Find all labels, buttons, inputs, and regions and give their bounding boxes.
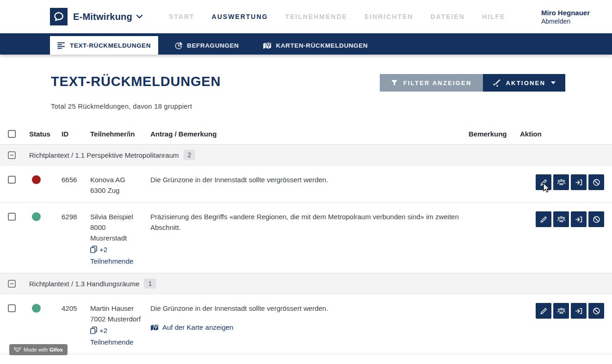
watermark-text: Made with Gifox xyxy=(24,347,63,352)
ban-icon xyxy=(593,179,600,186)
logout-link[interactable]: Abmelden xyxy=(541,18,590,25)
feedback-table: Status ID Teilnehmer/in Antrag / Bemerku… xyxy=(0,123,612,354)
row-status-cell xyxy=(21,166,54,202)
copy-pages-icon xyxy=(90,245,97,256)
nav-item-hilfe[interactable]: HILFE xyxy=(482,13,505,20)
pencil-icon xyxy=(540,179,548,186)
top-header: E-Mitwirkung STARTAUSWERTUNGTEILNEHMENDE… xyxy=(0,0,612,33)
page-title: TEXT-RÜCKMELDUNGEN xyxy=(51,74,221,89)
map-link[interactable]: Auf der Karte anzeigen xyxy=(150,322,461,333)
row-actions-cell xyxy=(512,166,612,202)
users-group-icon xyxy=(557,308,566,315)
nav-item-dateien[interactable]: DATEIEN xyxy=(430,13,464,20)
group-count-badge: 1 xyxy=(144,278,156,289)
pie-chart-icon xyxy=(175,42,183,49)
row-participant-cell: Martin Hauser 7002 Musterdorf +2 Teilneh… xyxy=(82,294,142,354)
copy-pages-icon xyxy=(90,326,97,337)
row-note-cell xyxy=(461,294,512,354)
user-box: Miro Hegnauer Abmelden xyxy=(541,9,590,25)
aktionen-button[interactable]: AKTIONEN xyxy=(483,74,566,92)
row-status-cell xyxy=(21,203,54,273)
request-text: Präzisierung des Begriffs «andere Region… xyxy=(150,211,461,233)
nav-item-einrichten[interactable]: EINRICHTEN xyxy=(365,13,414,20)
row-participant-cell: Silvia Beispiel 8000 Musrerstadt +2 Teil… xyxy=(82,203,142,273)
edit-button[interactable] xyxy=(536,174,551,190)
page-head: TEXT-RÜCKMELDUNGEN FILTER ANZEIGEN AKTIO… xyxy=(51,74,565,92)
users-group-icon xyxy=(557,216,566,223)
nav-item-auswertung[interactable]: AUSWERTUNG xyxy=(212,13,268,20)
assign-button[interactable] xyxy=(571,174,587,190)
request-text: Die Grünzone in der Innenstadt sollte ve… xyxy=(150,303,461,314)
tab-karten-r-ckmeldungen[interactable]: KARTEN-RÜCKMELDUNGEN xyxy=(255,36,375,55)
assign-button[interactable] xyxy=(571,211,587,227)
pencil-icon xyxy=(540,216,548,223)
row-checkbox[interactable] xyxy=(8,176,16,184)
ban-icon xyxy=(593,307,600,315)
brand-menu[interactable]: E-Mitwirkung xyxy=(50,8,143,25)
nav-item-teilnehmende[interactable]: TEILNEHMENDE xyxy=(285,13,347,20)
collapse-group-icon[interactable] xyxy=(8,280,16,288)
collapse-group-icon[interactable] xyxy=(8,151,16,159)
brand-name: E-Mitwirkung xyxy=(73,12,132,22)
sign-in-icon xyxy=(575,216,583,223)
filter-funnel-icon xyxy=(391,80,398,86)
gifox-watermark: Made with Gifox xyxy=(9,344,68,355)
users-group-icon xyxy=(557,179,566,186)
filter-button-label: FILTER ANZEIGEN xyxy=(403,80,472,86)
status-dot xyxy=(32,175,41,184)
group-label: Richtplantext / 1.3 Handlungsräume xyxy=(29,280,139,288)
block-button[interactable] xyxy=(588,303,604,319)
block-button[interactable] xyxy=(588,174,604,190)
row-checkbox-cell xyxy=(0,166,21,202)
request-text: Die Grünzone in der Innenstadt sollte ve… xyxy=(150,174,461,185)
list-lines-icon xyxy=(57,42,66,49)
row-request-cell: Präzisierung des Begriffs «andere Region… xyxy=(142,203,461,273)
participant-name: Konova AG xyxy=(90,174,142,185)
sign-in-icon xyxy=(575,179,583,186)
group-participants-button[interactable] xyxy=(553,303,569,319)
chevron-down-icon xyxy=(136,14,143,19)
status-dot xyxy=(32,212,41,221)
row-note-cell xyxy=(461,203,512,273)
group-count-badge: 2 xyxy=(184,150,196,160)
nav-item-start[interactable]: START xyxy=(169,13,195,20)
row-id: 6656 xyxy=(54,166,82,202)
group-row: Richtplantext / 1.1 Perspektive Metropol… xyxy=(0,145,612,166)
feedback-row: 6656 Konova AG 6300 Zug Die Grünzone in … xyxy=(0,166,612,203)
filter-anzeigen-button[interactable]: FILTER ANZEIGEN xyxy=(380,74,483,92)
participant-place: 7002 Musterdorf xyxy=(90,314,142,324)
ban-icon xyxy=(593,216,600,223)
row-actions-cell xyxy=(512,203,612,273)
col-request: Antrag / Bemerkung xyxy=(142,130,461,138)
group-label-wrap: Richtplantext / 1.3 Handlungsräume 1 xyxy=(21,278,612,289)
results-summary: Total 25 Rückmeldungen, davon 18 gruppie… xyxy=(51,103,565,110)
assign-button[interactable] xyxy=(571,303,587,319)
subnav: TEXT-RÜCKMELDUNGENBEFRAGUNGENKARTEN-RÜCK… xyxy=(0,33,612,55)
magic-wand-icon xyxy=(493,79,501,87)
group-participants-button[interactable] xyxy=(553,211,569,227)
map-link-label: Auf der Karte anzeigen xyxy=(162,322,233,333)
feedback-row: 6298 Silvia Beispiel 8000 Musrerstadt +2… xyxy=(0,203,612,273)
row-participant-cell: Konova AG 6300 Zug xyxy=(82,166,142,202)
group-row: Richtplantext / 1.3 Handlungsräume 1 xyxy=(0,273,612,294)
more-participants-link[interactable]: +2 Teilnehmende xyxy=(90,244,142,266)
more-participants-link[interactable]: +2 Teilnehmende xyxy=(90,325,142,347)
participant-name: Martin Hauser xyxy=(90,303,142,314)
feedback-row: 4205 Martin Hauser 7002 Musterdorf +2 Te… xyxy=(0,294,612,354)
edit-button[interactable] xyxy=(536,211,551,227)
group-label: Richtplantext / 1.1 Perspektive Metropol… xyxy=(29,151,179,159)
table-body: Richtplantext / 1.1 Perspektive Metropol… xyxy=(0,145,612,354)
speech-bubble-icon xyxy=(50,8,68,25)
edit-button[interactable] xyxy=(536,303,551,319)
row-checkbox[interactable] xyxy=(8,304,16,312)
block-button[interactable] xyxy=(588,211,604,227)
user-name: Miro Hegnauer xyxy=(541,9,590,17)
tab-text-r-ckmeldungen[interactable]: TEXT-RÜCKMELDUNGEN xyxy=(50,36,158,55)
tab-befragungen[interactable]: BEFRAGUNGEN xyxy=(167,36,246,55)
group-participants-button[interactable] xyxy=(553,174,569,190)
select-all-checkbox[interactable] xyxy=(8,130,16,138)
col-participant: Teilnehmer/in xyxy=(82,130,142,138)
tab-label: KARTEN-RÜCKMELDUNGEN xyxy=(276,42,368,49)
row-request-cell: Die Grünzone in der Innenstadt sollte ve… xyxy=(142,294,461,354)
row-checkbox[interactable] xyxy=(8,213,16,221)
